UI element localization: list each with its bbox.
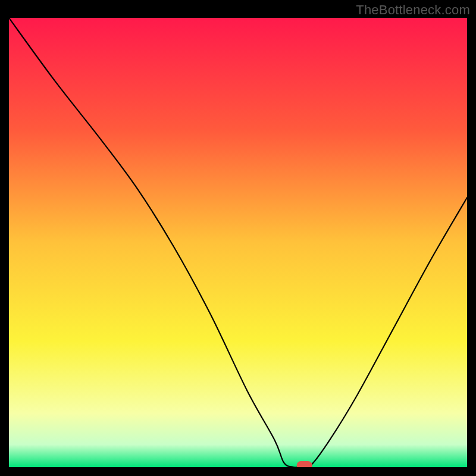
watermark-text: TheBottleneck.com bbox=[356, 2, 470, 18]
chart-frame: TheBottleneck.com bbox=[0, 0, 476, 476]
optimum-marker bbox=[297, 461, 312, 467]
chart-svg bbox=[9, 18, 467, 467]
gradient-rect bbox=[9, 18, 467, 467]
plot-area bbox=[9, 18, 467, 467]
